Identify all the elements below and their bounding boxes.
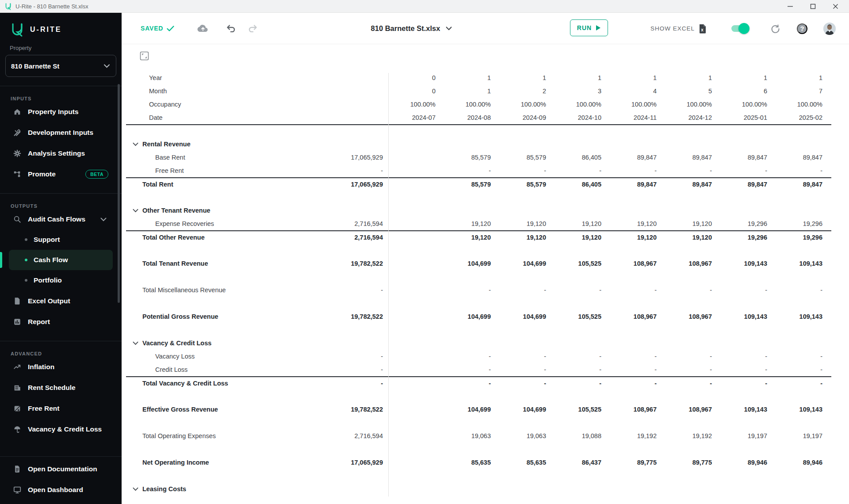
row-label: Total Miscellaneous Revenue <box>142 286 226 294</box>
sidebar-item-audit-cash-flows[interactable]: Audit Cash Flows <box>0 209 122 229</box>
excel-sync-toggle[interactable] <box>731 25 748 32</box>
table-row: Expense Recoveries2,716,59419,12019,1201… <box>126 217 831 230</box>
row-label: Credit Loss <box>155 366 187 373</box>
row-value: - <box>610 167 665 174</box>
sidebar-item-cash-flow[interactable]: Cash Flow <box>9 250 113 270</box>
sidebar-item-inflation[interactable]: Inflation <box>0 356 122 377</box>
row-value: - <box>444 286 500 294</box>
row-value: 19,120 <box>610 220 665 227</box>
show-excel-label: SHOW EXCEL <box>650 25 695 32</box>
redo-icon[interactable] <box>248 24 257 32</box>
row-value: 108,967 <box>610 313 665 320</box>
expand-icon[interactable] <box>139 51 149 61</box>
row-value: 85,579 <box>444 154 500 161</box>
row-value: - <box>500 167 555 174</box>
chevron-down-icon[interactable] <box>100 215 107 223</box>
row-value: - <box>610 380 665 387</box>
row-label-cell: Free Rent <box>126 167 332 174</box>
row-value: - <box>555 286 610 294</box>
sidebar-item-report[interactable]: Report <box>0 311 122 332</box>
gear-icon <box>13 149 21 157</box>
row-value: 89,847 <box>665 181 721 188</box>
table-row: Vacancy Loss-------- <box>126 350 831 363</box>
row-value: - <box>665 366 721 373</box>
sync-icon[interactable] <box>770 24 780 34</box>
sidebar-scrollbar[interactable] <box>118 84 120 303</box>
row-value: 89,847 <box>610 154 665 161</box>
row-value: 108,967 <box>610 260 665 267</box>
calendar-plus-icon <box>13 405 21 412</box>
sidebar-item-property-inputs[interactable]: Property Inputs <box>0 101 122 122</box>
row-label-cell: Effective Gross Revenue <box>126 406 332 413</box>
bullet-icon <box>25 259 27 261</box>
sidebar-item-development-inputs[interactable]: Development Inputs <box>0 122 122 143</box>
sidebar-item-support[interactable]: Support <box>9 229 113 250</box>
sidebar: U-RITE Property 810 Barnette St INPUTSPr… <box>0 13 122 504</box>
sidebar-item-promote[interactable]: PromoteBETA <box>0 164 122 184</box>
window-title: U-Rite - 810 Barnette St.xlsx <box>15 3 88 10</box>
row-label: Potential Gross Revenue <box>142 313 218 320</box>
table-row: Net Operating Income17,065,92985,63585,6… <box>126 456 831 469</box>
sidebar-item-open-documentation[interactable]: Open Documentation <box>0 458 122 479</box>
totals-cell: 19,782,522 <box>332 313 389 320</box>
document-icon <box>13 465 21 473</box>
sidebar-item-free-rent[interactable]: Free Rent <box>0 398 122 419</box>
chevron-down-icon[interactable] <box>133 341 139 345</box>
trending-up-icon <box>13 363 21 371</box>
row-value: - <box>610 286 665 294</box>
row-value: - <box>610 353 665 360</box>
row-value: - <box>776 286 831 294</box>
maximize-button[interactable] <box>810 4 816 9</box>
chevron-down-icon[interactable] <box>133 209 139 213</box>
toggle-knob <box>738 23 750 34</box>
user-avatar[interactable] <box>823 23 836 35</box>
sidebar-item-excel-output[interactable]: xExcel Output <box>0 290 122 311</box>
header-value: 100.00% <box>776 101 831 108</box>
chevron-down-icon[interactable] <box>133 487 139 491</box>
close-button[interactable] <box>833 4 838 9</box>
row-value: 89,847 <box>721 154 776 161</box>
row-value: 89,847 <box>610 181 665 188</box>
sidebar-item-analysis-settings[interactable]: Analysis Settings <box>0 143 122 164</box>
cloud-upload-icon[interactable] <box>197 24 209 33</box>
row-value: 19,063 <box>444 432 500 439</box>
row-label: Base Rent <box>155 154 185 161</box>
sidebar-item-vacancy-credit-loss[interactable]: Vacancy & Credit Loss <box>0 419 122 439</box>
undo-icon[interactable] <box>226 24 236 32</box>
show-excel-button[interactable]: SHOW EXCEL x <box>650 24 707 34</box>
play-icon <box>596 25 601 31</box>
header-value: 100.00% <box>444 101 500 108</box>
row-value: 109,143 <box>721 313 776 320</box>
run-button[interactable]: RUN <box>570 19 608 36</box>
workbook-title[interactable]: 810 Barnette St.xlsx <box>371 24 452 33</box>
minimize-button[interactable] <box>787 3 793 9</box>
header-value: 2025-02 <box>776 114 831 121</box>
toolbar: SAVED 810 Barnette St.xlsx RUN <box>122 13 849 44</box>
row-value: 19,192 <box>665 432 721 439</box>
header-value: 2025-01 <box>721 114 776 121</box>
property-select[interactable]: 810 Barnette St <box>5 55 116 77</box>
row-label: Effective Gross Revenue <box>142 406 218 413</box>
table-row: Total Vacancy & Credit Loss-------- <box>126 376 831 389</box>
header-row: Year01111111 <box>126 71 831 84</box>
row-value: - <box>665 380 721 387</box>
section-divider <box>0 193 122 194</box>
row-value: 108,967 <box>665 313 721 320</box>
sidebar-item-portfolio[interactable]: Portfolio <box>9 270 113 290</box>
bullet-icon <box>25 238 27 241</box>
sidebar-item-rent-schedule[interactable]: Rent Schedule <box>0 377 122 398</box>
row-label-cell: Rental Revenue <box>126 141 332 148</box>
row-value: 85,635 <box>500 459 555 466</box>
sidebar-item-label: Promote <box>28 170 56 178</box>
sidebar-section-heading: INPUTS <box>11 96 122 101</box>
sidebar-item-open-dashboard[interactable]: Open Dashboard <box>0 479 122 500</box>
row-value: 19,120 <box>500 220 555 227</box>
help-button[interactable]: ? <box>797 23 807 34</box>
totals-cell: 19,782,522 <box>332 260 389 267</box>
chevron-down-icon[interactable] <box>133 142 139 146</box>
row-label: Other Tenant Revenue <box>142 207 210 214</box>
totals-cell: 19,782,522 <box>332 406 389 413</box>
row-value: 109,143 <box>721 406 776 413</box>
row-value: - <box>776 353 831 360</box>
sitemap-icon <box>13 170 21 178</box>
